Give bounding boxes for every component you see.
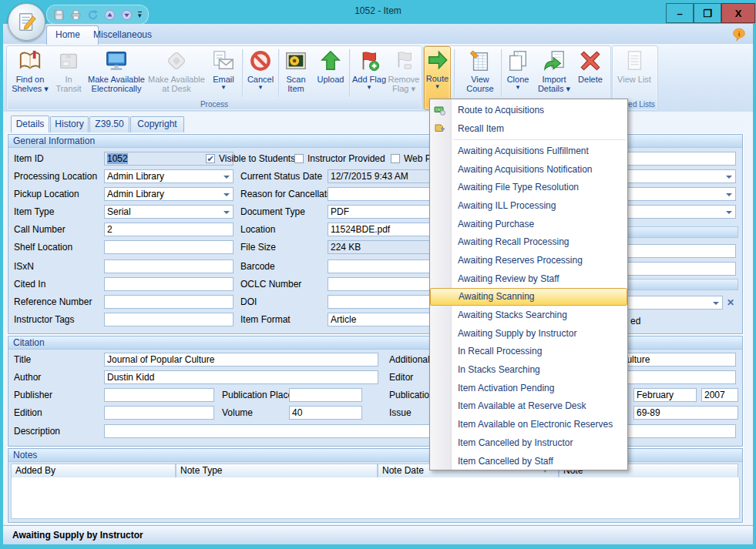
checkbox-box[interactable]: ✔ (206, 154, 215, 163)
tab-details[interactable]: Details (11, 115, 49, 132)
menu-item-item-available-on-electronic-reserves[interactable]: Item Available on Electronic Reserves (430, 415, 627, 434)
chevron-down-icon[interactable] (223, 193, 230, 196)
reference-number-field[interactable] (104, 295, 234, 309)
menu-item-awaiting-file-type-resolution[interactable]: Awaiting File Type Resolution (430, 178, 627, 196)
menu-item-recall-item[interactable]: Recall Item (430, 119, 627, 138)
chevron-down-icon[interactable] (223, 211, 230, 214)
chevron-down-icon[interactable] (726, 176, 732, 179)
menu-item-awaiting-reserves-processing[interactable]: Awaiting Reserves Processing (430, 251, 627, 269)
menu-item-awaiting-supply-by-instructor[interactable]: Awaiting Supply by Instructor (430, 324, 627, 343)
checkbox-box[interactable] (391, 154, 400, 163)
publication-month-field[interactable]: February (633, 388, 697, 402)
field-label: Shelf Location (14, 240, 72, 254)
menu-item-awaiting-scanning[interactable]: Awaiting Scanning (430, 288, 627, 306)
clear-filter-icon[interactable]: ✕ (727, 296, 734, 310)
notes-column-note-type[interactable]: Note Type (176, 464, 378, 478)
tab-copyright[interactable]: Copyright (130, 116, 184, 132)
app-icon[interactable] (8, 3, 45, 41)
print-icon[interactable] (70, 9, 82, 21)
checkbox-label: Visible to Students (219, 153, 295, 164)
menu-item-label: Item Cancelled by Staff (458, 456, 553, 467)
cancel-button[interactable]: Cancel▾ (244, 48, 277, 106)
cited-in-field[interactable] (104, 277, 234, 291)
isxn-field[interactable] (104, 259, 234, 273)
menu-item-route-to-acquisitions[interactable]: Route to Acquisitions (430, 101, 627, 119)
button-label: Make Available (148, 75, 205, 84)
menu-item-item-cancelled-by-instructor[interactable]: Item Cancelled by Instructor (430, 434, 627, 452)
chevron-down-icon[interactable] (713, 302, 719, 305)
delete-button[interactable]: Delete (574, 48, 606, 106)
close-button[interactable]: X (721, 3, 755, 23)
title-field[interactable]: Journal of Popular Culture (104, 353, 378, 367)
author-field[interactable]: Dustin Kidd (104, 370, 378, 384)
field-label: Call Number (14, 223, 66, 236)
call-number-field[interactable]: 2 (104, 223, 234, 236)
email-button[interactable]: Email▾ (207, 48, 240, 106)
next-icon[interactable] (121, 9, 133, 21)
notes-table-body[interactable] (11, 477, 740, 519)
menu-item-awaiting-purchase[interactable]: Awaiting Purchase (430, 215, 627, 233)
upload-button[interactable]: Upload (313, 48, 348, 106)
ribbon-tab-miscellaneous[interactable]: Miscellaneous (85, 25, 173, 44)
book-icon (18, 49, 42, 72)
save-icon[interactable] (53, 9, 65, 21)
button-label: ▾ (516, 84, 520, 90)
import-details-button[interactable]: ImportDetails ▾ (535, 48, 573, 106)
shelf-location-field[interactable] (104, 240, 234, 254)
tab-history[interactable]: History (50, 116, 89, 132)
delete-icon (579, 49, 602, 72)
chevron-down-icon[interactable] (726, 193, 732, 196)
pickup-location-field[interactable]: Admin Library (104, 187, 234, 201)
notes-column-added-by[interactable]: Added By (11, 464, 176, 478)
chevron-down-icon[interactable] (726, 211, 732, 214)
clone-icon (506, 49, 529, 72)
instructor-tags-field[interactable] (104, 313, 234, 326)
description-field[interactable] (104, 424, 736, 438)
field-label: Author (14, 370, 41, 384)
make-available-electronically-button[interactable]: Make AvailableElectronically (86, 48, 146, 106)
menu-item-label: Item Activation Pending (458, 383, 554, 393)
volume-field[interactable]: 40 (289, 406, 362, 420)
item-type-field[interactable]: Serial (104, 205, 234, 219)
chevron-down-icon[interactable] (223, 176, 230, 179)
previous-icon[interactable] (104, 9, 116, 21)
menu-item-awaiting-acquisitions-fulfillment[interactable]: Awaiting Acquisitions Fulfillment (430, 142, 627, 160)
find-on-shelves-button[interactable]: Find onShelves ▾ (9, 48, 51, 106)
visible-to-students-checkbox[interactable]: ✔Visible to Students (206, 153, 295, 164)
menu-item-awaiting-ill-processing[interactable]: Awaiting ILL Processing (430, 196, 627, 215)
publication-place-field[interactable] (289, 388, 362, 402)
processing-location-field[interactable]: Admin Library (104, 169, 234, 183)
toolbar-options-icon[interactable]: ▾ (138, 12, 142, 18)
menu-item-awaiting-stacks-searching[interactable]: Awaiting Stacks Searching (430, 306, 627, 324)
field-value: 2 (107, 224, 113, 235)
field-label: Reason for Cancellation (240, 187, 339, 201)
add-flag-button[interactable]: Add Flag▾ (351, 48, 387, 106)
menu-item-in-stacks-searching[interactable]: In Stacks Searching (430, 360, 627, 379)
checkbox-box[interactable] (294, 154, 304, 163)
maximize-button[interactable]: ❒ (694, 3, 721, 23)
tab-z3950[interactable]: Z39.50 (89, 116, 129, 132)
edition-field[interactable] (104, 406, 214, 420)
button-label: Item (287, 84, 304, 93)
instructor-provided-checkbox[interactable]: Instructor Provided (294, 153, 385, 164)
field-label: Reference Number (14, 295, 92, 309)
cancel-icon (249, 49, 272, 72)
scan-item-button[interactable]: ScanItem (281, 48, 311, 106)
menu-item-in-recall-processing[interactable]: In Recall Processing (430, 343, 627, 361)
menu-item-item-available-at-reserve-desk[interactable]: Item Available at Reserve Desk (430, 397, 627, 416)
issue-pages-field[interactable]: 69-89 (633, 406, 738, 420)
publication-year-field[interactable]: 2007 (701, 388, 738, 402)
menu-item-item-cancelled-by-staff[interactable]: Item Cancelled by Staff (430, 452, 627, 470)
view-course-button[interactable]: ViewCourse (458, 48, 502, 106)
make-available-at-desk-button: Make Availableat Desk (148, 48, 205, 106)
menu-item-awaiting-review-by-staff[interactable]: Awaiting Review by Staff (430, 269, 627, 288)
clone-button[interactable]: Clone▾ (502, 48, 533, 106)
help-icon[interactable]: i (732, 28, 746, 42)
menu-item-item-activation-pending[interactable]: Item Activation Pending (430, 379, 627, 397)
window-border-right (753, 24, 756, 544)
refresh-icon[interactable] (87, 9, 99, 21)
menu-item-awaiting-acquisitions-notification[interactable]: Awaiting Acquisitions Notification (430, 160, 627, 179)
menu-item-awaiting-recall-processing[interactable]: Awaiting Recall Processing (430, 233, 627, 251)
publisher-field[interactable] (104, 388, 214, 402)
minimize-button[interactable]: – (666, 3, 694, 23)
